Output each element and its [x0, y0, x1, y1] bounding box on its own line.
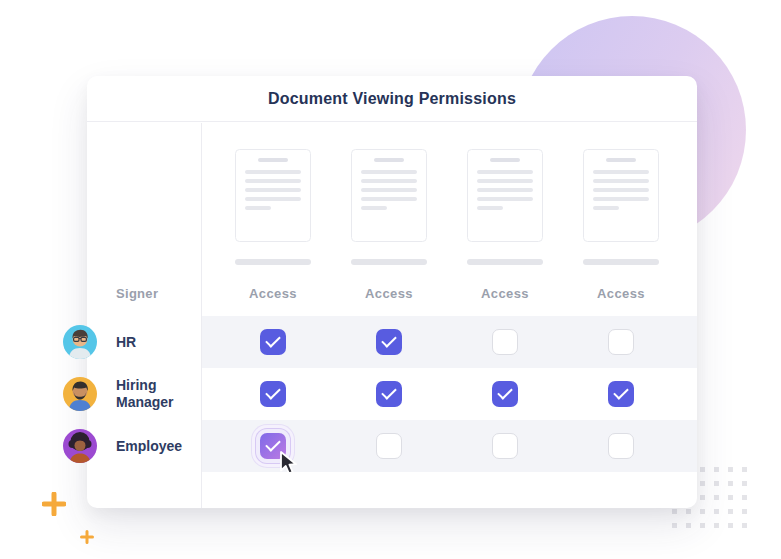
access-checkbox-hr-3[interactable]	[492, 329, 518, 355]
access-checkbox-hr-4[interactable]	[608, 329, 634, 355]
access-checkbox-hm-2[interactable]	[376, 381, 402, 407]
access-checkbox-hr-2[interactable]	[376, 329, 402, 355]
document-column-2	[331, 149, 447, 265]
screenshot-stage: Document Viewing Permissions	[0, 0, 781, 559]
mouse-cursor-icon	[276, 450, 300, 476]
document-underline-bar	[467, 259, 543, 265]
document-underline-bar	[583, 259, 659, 265]
access-checkbox-employee-2[interactable]	[376, 433, 402, 459]
access-checkbox-hm-1[interactable]	[260, 381, 286, 407]
document-icon	[235, 149, 311, 242]
document-icon	[351, 149, 427, 242]
signer-name: Hiring Manager	[116, 377, 200, 411]
permission-row-hr: HR	[87, 316, 697, 368]
document-column-3	[447, 149, 563, 265]
column-header-access-3: Access	[447, 286, 563, 301]
document-icon	[467, 149, 543, 242]
access-checkbox-employee-4[interactable]	[608, 433, 634, 459]
hr-avatar	[63, 325, 97, 359]
plus-icon-large	[42, 492, 66, 516]
plus-icon-small	[80, 530, 94, 544]
employee-avatar	[63, 429, 97, 463]
signer-name: Employee	[116, 438, 182, 455]
documents-row	[87, 149, 697, 265]
column-header-access-4: Access	[563, 286, 679, 301]
column-header-access-2: Access	[331, 286, 447, 301]
access-checkbox-hm-3[interactable]	[492, 381, 518, 407]
signer-cell-hiring-manager: Hiring Manager	[87, 368, 215, 420]
permission-row-hiring-manager: Hiring Manager	[87, 368, 697, 420]
card-header: Document Viewing Permissions	[87, 76, 697, 122]
document-underline-bar	[235, 259, 311, 265]
access-checkbox-hm-4[interactable]	[608, 381, 634, 407]
permission-row-employee: Employee	[87, 420, 697, 472]
signer-cell-hr: HR	[87, 316, 215, 368]
access-checkbox-hr-1[interactable]	[260, 329, 286, 355]
document-column-4	[563, 149, 679, 265]
document-icon	[583, 149, 659, 242]
column-header-access-1: Access	[215, 286, 331, 301]
hiring-manager-avatar	[63, 377, 97, 411]
signer-name: HR	[116, 334, 136, 351]
access-checkbox-employee-3[interactable]	[492, 433, 518, 459]
signer-cell-employee: Employee	[87, 420, 215, 472]
document-underline-bar	[351, 259, 427, 265]
column-headers-row: Signer Access Access Access Access	[87, 283, 697, 303]
card-title: Document Viewing Permissions	[268, 90, 516, 108]
signer-column-header: Signer	[87, 286, 215, 301]
signer-column-divider	[201, 123, 202, 508]
card-body: Signer Access Access Access Access	[87, 123, 697, 508]
document-column-1	[215, 149, 331, 265]
permissions-card: Document Viewing Permissions	[87, 76, 697, 508]
